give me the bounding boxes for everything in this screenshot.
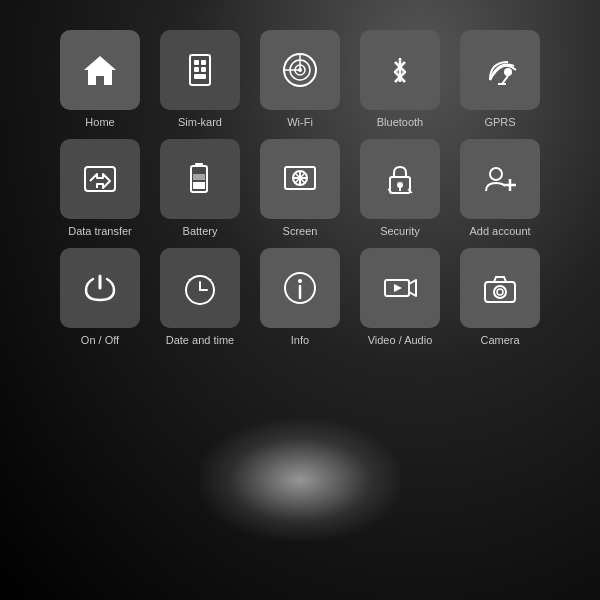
icon-label-data-transfer: Data transfer [68, 225, 132, 238]
icon-box-battery [160, 139, 240, 219]
icon-cell-video-audio[interactable]: Video / Audio [355, 248, 445, 347]
icon-label-date-time: Date and time [166, 334, 234, 347]
icon-cell-date-time[interactable]: Date and time [155, 248, 245, 347]
camera-icon [480, 268, 520, 308]
icon-cell-screen[interactable]: Screen [255, 139, 345, 238]
icon-label-home: Home [85, 116, 114, 129]
icon-label-wifi: Wi-Fi [287, 116, 313, 129]
icon-label-info: Info [291, 334, 309, 347]
grid-row-1: Data transferBatteryScreenSecurityAdd ac… [55, 139, 545, 238]
on-off-icon [80, 268, 120, 308]
icon-box-security [360, 139, 440, 219]
icon-cell-on-off[interactable]: On / Off [55, 248, 145, 347]
icon-cell-data-transfer[interactable]: Data transfer [55, 139, 145, 238]
icon-label-bluetooth: Bluetooth [377, 116, 423, 129]
icon-cell-security[interactable]: Security [355, 139, 445, 238]
icon-box-camera [460, 248, 540, 328]
grid-row-2: On / OffDate and timeInfoVideo / AudioCa… [55, 248, 545, 347]
app-grid: HomeSim-kardWi-FiBluetoothGPRSData trans… [0, 0, 600, 348]
icon-label-security: Security [380, 225, 420, 238]
home-icon [80, 50, 120, 90]
grid-row-0: HomeSim-kardWi-FiBluetoothGPRS [55, 30, 545, 129]
icon-cell-home[interactable]: Home [55, 30, 145, 129]
icon-label-gprs: GPRS [484, 116, 515, 129]
icon-box-gprs [460, 30, 540, 110]
date-time-icon [180, 268, 220, 308]
icon-cell-sim-kard[interactable]: Sim-kard [155, 30, 245, 129]
icon-box-data-transfer [60, 139, 140, 219]
icon-cell-bluetooth[interactable]: Bluetooth [355, 30, 445, 129]
icon-box-wifi [260, 30, 340, 110]
icon-box-add-account [460, 139, 540, 219]
icon-label-video-audio: Video / Audio [368, 334, 433, 347]
icon-box-home [60, 30, 140, 110]
add-account-icon [480, 159, 520, 199]
icon-label-camera: Camera [480, 334, 519, 347]
icon-box-screen [260, 139, 340, 219]
icon-box-info [260, 248, 340, 328]
icon-cell-camera[interactable]: Camera [455, 248, 545, 347]
icon-cell-wifi[interactable]: Wi-Fi [255, 30, 345, 129]
icon-cell-gprs[interactable]: GPRS [455, 30, 545, 129]
data-transfer-icon [80, 159, 120, 199]
icon-box-on-off [60, 248, 140, 328]
icon-cell-info[interactable]: Info [255, 248, 345, 347]
icon-box-video-audio [360, 248, 440, 328]
icon-cell-battery[interactable]: Battery [155, 139, 245, 238]
battery-icon [180, 159, 220, 199]
icon-box-sim-kard [160, 30, 240, 110]
icon-label-screen: Screen [283, 225, 318, 238]
icon-label-add-account: Add account [469, 225, 530, 238]
icon-box-bluetooth [360, 30, 440, 110]
gprs-icon [480, 50, 520, 90]
bluetooth-icon [380, 50, 420, 90]
icon-label-battery: Battery [183, 225, 218, 238]
security-icon [380, 159, 420, 199]
info-icon [280, 268, 320, 308]
icon-label-sim-kard: Sim-kard [178, 116, 222, 129]
icon-label-on-off: On / Off [81, 334, 119, 347]
icon-cell-add-account[interactable]: Add account [455, 139, 545, 238]
icon-box-date-time [160, 248, 240, 328]
screen-icon [280, 159, 320, 199]
sim-kard-icon [180, 50, 220, 90]
wifi-icon [280, 50, 320, 90]
video-audio-icon [380, 268, 420, 308]
